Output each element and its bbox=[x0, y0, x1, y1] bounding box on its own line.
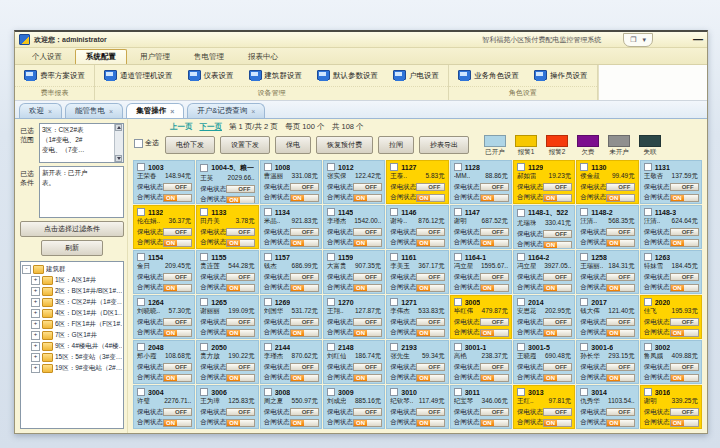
meter-card[interactable]: 3002 鲁凤娥 409.88元 保电状态 OFF 合闸状态 ON bbox=[640, 340, 702, 384]
menu-tab-sale-mgmt[interactable]: 售电管理 bbox=[183, 49, 235, 64]
tree-root[interactable]: - 建筑群 bbox=[22, 264, 122, 275]
card-checkbox[interactable] bbox=[454, 208, 462, 216]
card-checkbox[interactable] bbox=[200, 298, 208, 306]
gate-status-toggle[interactable]: ON bbox=[670, 419, 699, 427]
gate-status-toggle[interactable]: ON bbox=[670, 239, 699, 247]
refresh-button[interactable]: 刷新 bbox=[41, 240, 103, 256]
tab-batch-operation[interactable]: 集管操作 × bbox=[126, 103, 184, 118]
gate-status-toggle[interactable]: ON bbox=[290, 329, 319, 337]
gate-status-toggle[interactable]: ON bbox=[416, 419, 445, 427]
meter-card[interactable]: 2148 刘红仙 186.74元 保电状态 OFF 合闸状态 ON bbox=[323, 340, 385, 384]
card-checkbox[interactable] bbox=[580, 208, 588, 216]
gate-status-toggle[interactable]: ON bbox=[480, 419, 509, 427]
scroll-up-icon[interactable] bbox=[115, 124, 122, 131]
gate-status-toggle[interactable]: ON bbox=[163, 419, 192, 427]
meter-card[interactable]: 1271 李伟杰 533.83元 保电状态 OFF 合闸状态 ON bbox=[386, 295, 448, 339]
gate-status-toggle[interactable]: ON bbox=[670, 329, 699, 337]
close-tab-icon[interactable]: × bbox=[170, 108, 174, 115]
card-checkbox[interactable] bbox=[264, 163, 272, 171]
supply-status-toggle[interactable]: OFF bbox=[226, 228, 255, 236]
meter-card[interactable]: 1161 李美玉 367.17元 保电状态 OFF 合闸状态 ON bbox=[386, 250, 448, 294]
supply-status-toggle[interactable]: OFF bbox=[353, 318, 382, 326]
supply-status-toggle[interactable]: OFF bbox=[670, 228, 699, 236]
supply-status-toggle[interactable]: OFF bbox=[163, 228, 192, 236]
meter-card[interactable]: 1154 金日 209.45元 保电状态 OFF 合闸状态 ON bbox=[133, 250, 195, 294]
gate-status-toggle[interactable]: ON bbox=[290, 419, 319, 427]
household-power-settings-button[interactable]: 户电设置 bbox=[389, 67, 443, 84]
card-checkbox[interactable] bbox=[454, 343, 462, 351]
supply-status-toggle[interactable]: OFF bbox=[290, 318, 319, 326]
collapse-icon[interactable]: - bbox=[22, 265, 31, 274]
selected-condition-listbox[interactable]: 新开表：已开户 表。 bbox=[39, 166, 124, 218]
gate-status-toggle[interactable]: ON bbox=[670, 374, 699, 382]
tree-item[interactable]: + 19区：9#变电站（2#… bbox=[22, 363, 122, 374]
selected-range-listbox[interactable]: 3区：C区2#表 （1#变电、2# 变电、（7变… bbox=[39, 123, 124, 163]
card-checkbox[interactable] bbox=[454, 253, 462, 261]
supply-status-toggle[interactable]: OFF bbox=[353, 363, 382, 371]
card-checkbox[interactable] bbox=[390, 298, 398, 306]
card-checkbox[interactable] bbox=[200, 253, 208, 261]
meter-card[interactable]: 3004 许璧 2276.71.. 保电状态 OFF 合闸状态 ON bbox=[133, 385, 195, 429]
toolbar-button[interactable]: 设置下发 bbox=[220, 136, 270, 154]
expand-icon[interactable]: + bbox=[31, 276, 40, 285]
gate-status-toggle[interactable]: ON bbox=[606, 329, 635, 337]
menu-tab-system-config[interactable]: 系统配置 bbox=[75, 49, 127, 64]
gate-status-toggle[interactable]: ON bbox=[226, 284, 255, 292]
collapse-ribbon-icon[interactable]: ▾ bbox=[642, 36, 646, 43]
card-checkbox[interactable] bbox=[644, 208, 652, 216]
card-checkbox[interactable] bbox=[644, 388, 652, 396]
tree-item[interactable]: + 9区：4#楼电井（4#楼… bbox=[22, 341, 122, 352]
business-role-settings-button[interactable]: 业务角色设置 bbox=[454, 67, 523, 84]
card-checkbox[interactable] bbox=[517, 388, 525, 396]
gate-status-toggle[interactable]: ON bbox=[606, 419, 635, 427]
toolbar-button[interactable]: 电价下发 bbox=[165, 136, 215, 154]
supply-status-toggle[interactable]: OFF bbox=[606, 318, 635, 326]
gate-status-toggle[interactable]: ON bbox=[163, 194, 192, 202]
channel-manager-settings-button[interactable]: 通道管理机设置 bbox=[100, 67, 177, 84]
meter-card[interactable]: 3016 谢明 339.25元 保电状态 OFF 合闸状态 ON bbox=[640, 385, 702, 429]
supply-status-toggle[interactable]: OFF bbox=[606, 183, 635, 191]
menu-tab-personal[interactable]: 个人设置 bbox=[21, 49, 73, 64]
supply-status-toggle[interactable]: OFF bbox=[416, 318, 445, 326]
meter-card[interactable]: 1148-2 汪清.. 568.35元 保电状态 OFF 合闸状态 ON bbox=[576, 205, 638, 249]
gate-status-toggle[interactable]: ON bbox=[353, 329, 382, 337]
gate-status-toggle[interactable]: ON bbox=[670, 194, 699, 202]
default-params-settings-button[interactable]: 默认参数设置 bbox=[313, 67, 382, 84]
meter-card[interactable]: 1264 刘晓晓.. 57.30元 保电状态 OFF 合闸状态 ON bbox=[133, 295, 195, 339]
gate-status-toggle[interactable]: ON bbox=[290, 374, 319, 382]
supply-status-toggle[interactable]: OFF bbox=[480, 273, 509, 281]
meter-card[interactable]: 1004-5、粮一 王英 2029.66.. 保电状态 OFF 合闸状态 ON bbox=[196, 160, 258, 204]
meter-card[interactable]: 3008 周之夏 550.97元 保电状态 OFF 合闸状态 ON bbox=[260, 385, 322, 429]
meter-card[interactable]: 3014 仇秀华 1103.54.. 保电状态 OFF 合闸状态 ON bbox=[576, 385, 638, 429]
card-checkbox[interactable] bbox=[264, 208, 272, 216]
supply-status-toggle[interactable]: OFF bbox=[163, 183, 192, 191]
expand-icon[interactable]: + bbox=[31, 342, 40, 351]
meter-card[interactable]: 2020 佳飞 195.93元 保电状态 OFF 合闸状态 ON bbox=[640, 295, 702, 339]
gate-status-toggle[interactable]: ON bbox=[543, 241, 572, 249]
building-tree[interactable]: - 建筑群 + 1区：A区1#井 + 2区：B区1#井/B区1#… + 3区：C… bbox=[20, 261, 124, 429]
gate-status-toggle[interactable]: ON bbox=[480, 374, 509, 382]
meter-card[interactable]: 2193 张先生 59.34元 保电状态 OFF 合闸状态 ON bbox=[386, 340, 448, 384]
supply-status-toggle[interactable]: OFF bbox=[353, 273, 382, 281]
gate-status-toggle[interactable]: ON bbox=[226, 374, 255, 382]
meter-card[interactable]: 1134 米品.. 921.83元 保电状态 OFF 合闸状态 ON bbox=[260, 205, 322, 249]
meter-card[interactable]: 3013 王红.. 97.81元 保电状态 OFF 合闸状态 ON bbox=[513, 385, 575, 429]
gate-status-toggle[interactable]: ON bbox=[226, 419, 255, 427]
tree-item[interactable]: + 15区：5#变站（3#变… bbox=[22, 352, 122, 363]
supply-status-toggle[interactable]: OFF bbox=[290, 273, 319, 281]
card-checkbox[interactable] bbox=[200, 164, 208, 172]
meter-card[interactable]: 1012 张实保 122.42元 保电状态 OFF 合闸状态 ON bbox=[323, 160, 385, 204]
meter-card[interactable]: 1146 谢玲.. 876.12元 保电状态 OFF 合闸状态 ON bbox=[386, 205, 448, 249]
operator-settings-button[interactable]: 操作员设置 bbox=[530, 67, 592, 84]
expand-icon[interactable]: + bbox=[31, 331, 40, 340]
card-checkbox[interactable] bbox=[264, 343, 272, 351]
card-checkbox[interactable] bbox=[580, 253, 588, 261]
meter-card[interactable]: 3006 王为璋 125.83元 保电状态 OFF 合闸状态 ON bbox=[196, 385, 258, 429]
tab-account-query[interactable]: 开户&记费查询 × bbox=[187, 103, 265, 118]
meter-card[interactable]: 2014 安思花 202.95元 保电状态 OFF 合闸状态 ON bbox=[513, 295, 575, 339]
gate-status-toggle[interactable]: ON bbox=[480, 194, 509, 202]
menu-tab-report-center[interactable]: 报表中心 bbox=[237, 49, 289, 64]
supply-status-toggle[interactable]: OFF bbox=[480, 228, 509, 236]
gate-status-toggle[interactable]: ON bbox=[606, 239, 635, 247]
close-tab-icon[interactable]: × bbox=[251, 108, 255, 115]
